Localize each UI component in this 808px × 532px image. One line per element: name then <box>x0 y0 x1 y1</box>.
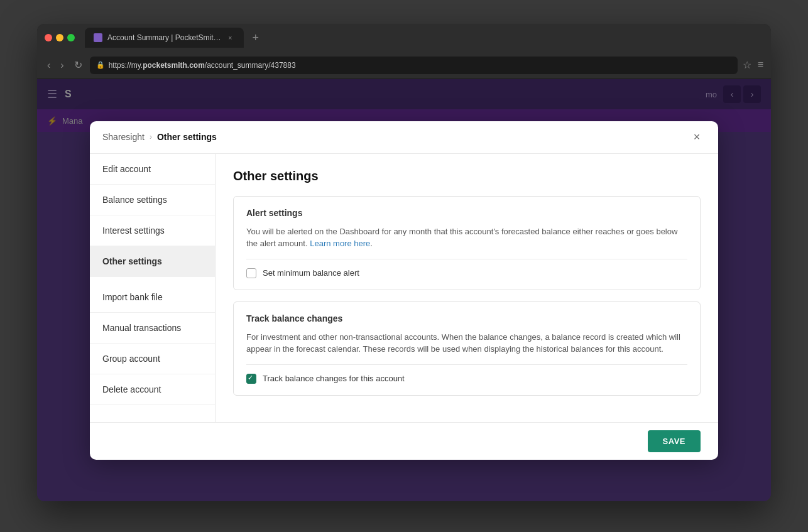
new-tab-button[interactable]: + <box>249 31 263 45</box>
minimum-balance-alert-label: Set minimum balance alert <box>263 268 359 278</box>
sidebar-item-balance-settings[interactable]: Balance settings <box>90 185 215 215</box>
sidebar-item-manual-transactions[interactable]: Manual transactions <box>90 313 215 344</box>
minimum-balance-alert-row: Set minimum balance alert <box>246 268 687 278</box>
breadcrumb-current: Other settings <box>157 132 217 142</box>
modal-close-button[interactable]: × <box>688 128 706 146</box>
back-button[interactable]: ‹ <box>45 57 53 73</box>
forward-button[interactable]: › <box>58 57 66 73</box>
minimum-balance-alert-checkbox[interactable] <box>246 268 256 278</box>
modal-overlay: Sharesight › Other settings × Edit accou… <box>37 79 771 501</box>
modal-footer: SAVE <box>90 422 718 460</box>
alert-settings-description: You will be alerted on the Dashboard for… <box>246 225 687 250</box>
tab-bar: Account Summary | PocketSmit… × + <box>37 24 771 52</box>
menu-icon[interactable]: ≡ <box>758 59 763 71</box>
modal-main-content: Other settings Alert settings You will b… <box>216 154 718 422</box>
sidebar-item-edit-account[interactable]: Edit account <box>90 154 215 185</box>
settings-modal: Sharesight › Other settings × Edit accou… <box>90 121 718 460</box>
url-text: https://my.pocketsmith.com/account_summa… <box>109 61 296 70</box>
tab-close-button[interactable]: × <box>226 33 235 42</box>
tab-favicon-icon <box>94 33 102 42</box>
modal-header: Sharesight › Other settings × <box>90 121 718 154</box>
minimize-traffic-light[interactable] <box>56 34 63 41</box>
traffic-lights <box>45 34 75 41</box>
sidebar-item-delete-account[interactable]: Delete account <box>90 374 215 405</box>
maximize-traffic-light[interactable] <box>67 34 75 41</box>
browser-window: Account Summary | PocketSmit… × + ‹ › ↻ … <box>37 24 771 501</box>
lock-icon: 🔒 <box>96 61 105 69</box>
address-bar: ‹ › ↻ 🔒 https://my.pocketsmith.com/accou… <box>37 52 771 79</box>
close-traffic-light[interactable] <box>45 34 52 41</box>
track-divider <box>246 364 687 365</box>
modal-sidebar: Edit account Balance settings Interest s… <box>90 154 216 422</box>
address-right-icons: ☆ ≡ <box>743 59 763 71</box>
alert-learn-more-link[interactable]: Learn more here <box>310 239 370 248</box>
track-balance-checkbox-row: Track balance changes for this account <box>246 374 687 384</box>
sidebar-item-interest-settings[interactable]: Interest settings <box>90 215 215 246</box>
modal-main-title: Other settings <box>233 169 701 183</box>
track-balance-section: Track balance changes For investment and… <box>233 301 701 396</box>
track-balance-description: For investment and other non-transaction… <box>246 331 687 356</box>
sidebar-item-import-bank-file[interactable]: Import bank file <box>90 282 215 313</box>
track-balance-label: Track balance changes for this account <box>263 374 405 383</box>
sidebar-item-other-settings[interactable]: Other settings <box>90 246 215 277</box>
modal-body: Edit account Balance settings Interest s… <box>90 154 718 422</box>
url-input[interactable]: 🔒 https://my.pocketsmith.com/account_sum… <box>90 57 738 74</box>
alert-settings-section: Alert settings You will be alerted on th… <box>233 196 701 290</box>
save-button[interactable]: SAVE <box>648 430 701 452</box>
alert-divider <box>246 259 687 259</box>
reload-button[interactable]: ↻ <box>72 57 85 73</box>
alert-settings-title: Alert settings <box>246 208 687 218</box>
track-balance-title: Track balance changes <box>246 313 687 323</box>
browser-tab[interactable]: Account Summary | PocketSmit… × <box>85 28 244 48</box>
tab-title: Account Summary | PocketSmit… <box>107 33 221 42</box>
breadcrumb-link[interactable]: Sharesight <box>102 132 145 142</box>
bookmark-icon[interactable]: ☆ <box>743 59 751 71</box>
track-balance-checkbox[interactable] <box>246 374 256 384</box>
page-background: ☰ S mo ‹ › ⚡ Mana Sharesight <box>37 79 771 501</box>
breadcrumb-separator: › <box>150 133 152 141</box>
breadcrumb: Sharesight › Other settings <box>102 132 217 142</box>
sidebar-item-group-account[interactable]: Group account <box>90 344 215 374</box>
